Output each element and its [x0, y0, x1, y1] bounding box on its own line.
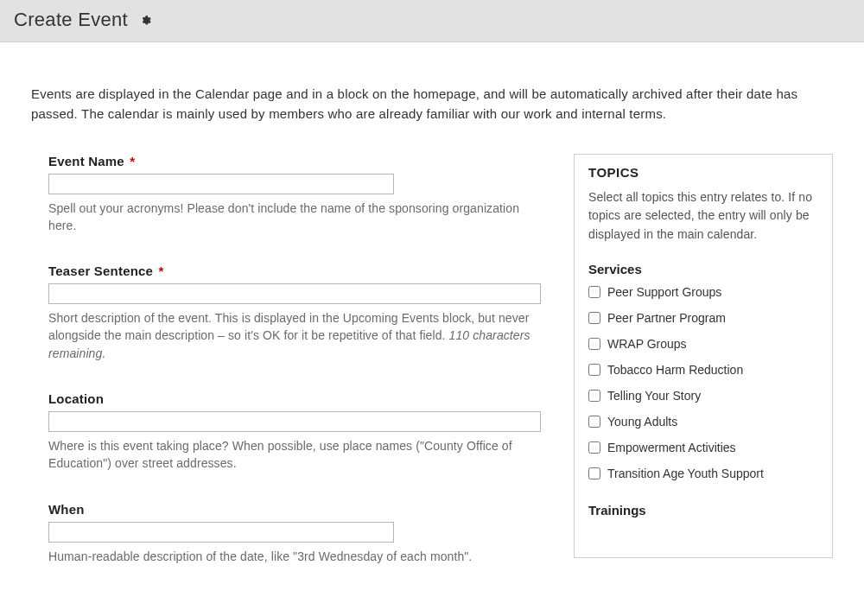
group-title-trainings: Trainings [588, 503, 818, 518]
topic-checkbox-row[interactable]: Telling Your Story [588, 389, 818, 403]
event-name-help: Spell out your acronyms! Please don't in… [48, 200, 532, 235]
location-input[interactable] [48, 411, 541, 432]
when-help: Human-readable description of the date, … [48, 548, 532, 565]
page-title: Create Event [14, 9, 128, 31]
topic-checkbox[interactable] [588, 441, 600, 454]
topic-checkbox-row[interactable]: Transition Age Youth Support [588, 467, 818, 480]
topic-label: Telling Your Story [607, 389, 701, 403]
topic-checkbox-row[interactable]: Tobacco Harm Reduction [588, 363, 818, 377]
teaser-label: Teaser Sentence * [48, 264, 550, 278]
when-label: When [48, 502, 550, 517]
topic-checkbox-row[interactable]: WRAP Groups [588, 337, 818, 351]
group-title-services: Services [588, 262, 818, 276]
field-teaser: Teaser Sentence * Short description of t… [48, 264, 550, 362]
topic-label: Transition Age Youth Support [607, 467, 764, 480]
event-name-label: Event Name * [48, 154, 550, 168]
when-input[interactable] [48, 522, 394, 543]
topic-checkbox-row[interactable]: Young Adults [588, 415, 818, 429]
page-content: Events are displayed in the Calendar pag… [0, 42, 864, 612]
intro-text: Events are displayed in the Calendar pag… [31, 84, 833, 124]
teaser-input[interactable] [48, 283, 541, 304]
page-header: Create Event [0, 0, 864, 42]
event-name-label-text: Event Name [48, 154, 124, 168]
topic-label: Peer Partner Program [607, 311, 726, 325]
topic-checkbox-row[interactable]: Peer Support Groups [588, 285, 818, 299]
topic-label: Empowerment Activities [607, 441, 736, 454]
teaser-label-text: Teaser Sentence [48, 264, 153, 278]
topic-checkbox[interactable] [588, 286, 600, 298]
topics-panel: TOPICS Select all topics this entry rela… [574, 154, 833, 558]
main-column: Event Name * Spell out your acronyms! Pl… [31, 154, 550, 594]
required-marker: * [159, 264, 164, 278]
topic-checkbox[interactable] [588, 338, 600, 350]
topic-checkbox[interactable] [588, 467, 600, 479]
topic-checkbox[interactable] [588, 312, 600, 324]
field-event-name: Event Name * Spell out your acronyms! Pl… [48, 154, 550, 235]
settings-gear-icon[interactable] [140, 15, 151, 26]
topic-label: Young Adults [607, 415, 677, 429]
topic-checkbox-row[interactable]: Peer Partner Program [588, 311, 818, 325]
topic-checkbox[interactable] [588, 390, 600, 402]
teaser-help: Short description of the event. This is … [48, 309, 532, 362]
location-help: Where is this event taking place? When p… [48, 437, 532, 473]
event-name-input[interactable] [48, 174, 394, 194]
topic-checkbox[interactable] [588, 364, 600, 376]
topics-description: Select all topics this entry relates to.… [588, 188, 818, 244]
field-location: Location Where is this event taking plac… [48, 391, 550, 473]
topic-group-services: Services Peer Support Groups Peer Partne… [588, 262, 818, 480]
field-when: When Human-readable description of the d… [48, 502, 550, 565]
topic-label: WRAP Groups [607, 337, 687, 351]
topic-checkbox-row[interactable]: Empowerment Activities [588, 441, 818, 454]
topic-label: Tobacco Harm Reduction [607, 363, 743, 377]
topic-label: Peer Support Groups [607, 285, 721, 299]
required-marker: * [130, 154, 135, 168]
location-label: Location [48, 391, 550, 406]
topic-checkbox[interactable] [588, 416, 600, 428]
topic-group-trainings: Trainings [588, 503, 818, 518]
form-columns: Event Name * Spell out your acronyms! Pl… [31, 154, 833, 594]
topics-title: TOPICS [588, 165, 818, 180]
